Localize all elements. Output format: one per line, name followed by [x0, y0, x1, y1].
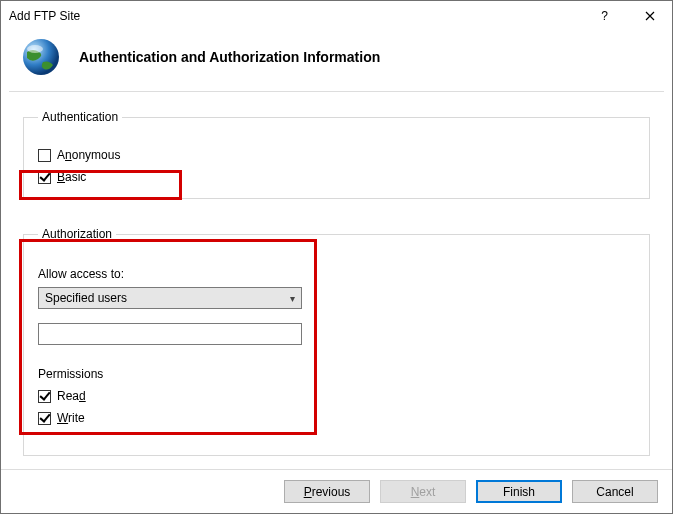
label-basic: Basic	[57, 170, 86, 184]
dropdown-allow-access[interactable]: Specified users ▾	[38, 287, 302, 309]
close-icon	[645, 11, 655, 21]
wizard-body: Authentication Anonymous Basic Authoriza…	[1, 92, 672, 486]
page-title: Authentication and Authorization Informa…	[79, 49, 380, 65]
svg-point-1	[27, 45, 43, 53]
next-label: Next	[411, 485, 436, 499]
dialog-add-ftp-site: Add FTP Site ? Authenticat	[0, 0, 673, 514]
globe-icon	[21, 37, 61, 77]
titlebar: Add FTP Site ?	[1, 1, 672, 31]
finish-button[interactable]: Finish	[476, 480, 562, 503]
input-specified-users[interactable]	[38, 323, 302, 345]
chevron-down-icon: ▾	[290, 293, 295, 304]
close-button[interactable]	[627, 1, 672, 31]
wizard-header: Authentication and Authorization Informa…	[1, 31, 672, 91]
checkbox-anonymous[interactable]	[38, 149, 51, 162]
help-button[interactable]: ?	[582, 1, 627, 31]
legend-authentication: Authentication	[38, 110, 122, 124]
next-button: Next	[380, 480, 466, 503]
label-permissions: Permissions	[38, 367, 635, 381]
cancel-label: Cancel	[596, 485, 633, 499]
checkbox-write-row[interactable]: Write	[38, 411, 635, 425]
label-write: Write	[57, 411, 85, 425]
finish-label: Finish	[503, 485, 535, 499]
label-anonymous: Anonymous	[57, 148, 120, 162]
label-allow-access: Allow access to:	[38, 267, 635, 281]
window-title: Add FTP Site	[9, 9, 582, 23]
previous-button[interactable]: Previous	[284, 480, 370, 503]
label-read: Read	[57, 389, 86, 403]
checkbox-write[interactable]	[38, 412, 51, 425]
group-authentication: Authentication Anonymous Basic	[23, 110, 650, 199]
checkbox-read-row[interactable]: Read	[38, 389, 635, 403]
previous-label: Previous	[304, 485, 351, 499]
cancel-button[interactable]: Cancel	[572, 480, 658, 503]
checkbox-basic-row[interactable]: Basic	[38, 170, 635, 184]
wizard-footer: Previous Next Finish Cancel	[1, 469, 672, 513]
group-authorization: Authorization Allow access to: Specified…	[23, 227, 650, 456]
checkbox-read[interactable]	[38, 390, 51, 403]
checkbox-basic[interactable]	[38, 171, 51, 184]
dropdown-value: Specified users	[45, 291, 127, 305]
checkbox-anonymous-row[interactable]: Anonymous	[38, 148, 635, 162]
legend-authorization: Authorization	[38, 227, 116, 241]
